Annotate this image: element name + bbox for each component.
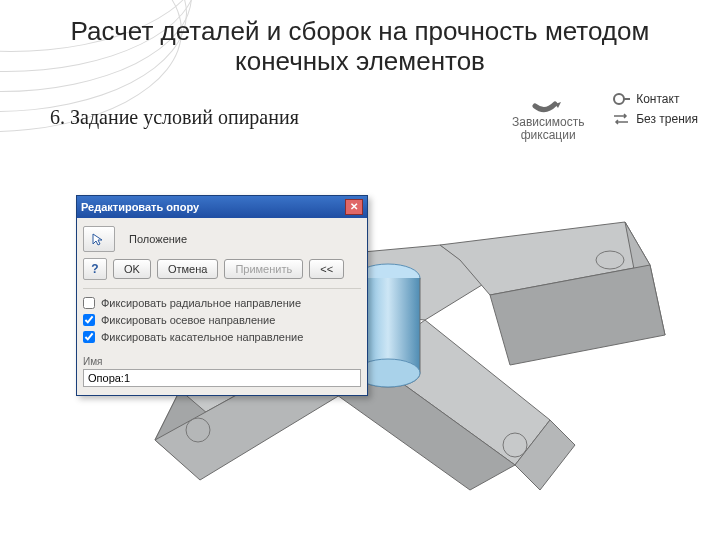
ribbon-fix-label: Зависимость фиксации [508, 116, 588, 142]
ribbon-frictionless-label: Без трения [636, 112, 698, 126]
cancel-button[interactable]: Отмена [157, 259, 218, 279]
position-label: Положение [129, 233, 187, 245]
collapse-button[interactable]: << [309, 259, 344, 279]
chk-axial[interactable]: Фиксировать осевое направление [83, 314, 361, 326]
name-field[interactable] [83, 369, 361, 387]
ok-button[interactable]: OK [113, 259, 151, 279]
dialog-title: Редактировать опору [81, 201, 199, 213]
chk-radial-box[interactable] [83, 297, 95, 309]
apply-button[interactable]: Применить [224, 259, 303, 279]
contact-icon [612, 92, 630, 106]
dialog-titlebar[interactable]: Редактировать опору ✕ [77, 196, 367, 218]
anchor-icon [531, 92, 565, 114]
slide-subtitle: 6. Задание условий опирания [50, 106, 299, 129]
slide-title: Расчет деталей и сборок на прочность мет… [0, 16, 720, 76]
ribbon-contact-label: Контакт [636, 92, 679, 106]
close-icon[interactable]: ✕ [345, 199, 363, 215]
chk-axial-label: Фиксировать осевое направление [101, 314, 275, 326]
name-field-label: Имя [83, 356, 102, 367]
chk-tangent[interactable]: Фиксировать касательное направление [83, 331, 361, 343]
constraints-ribbon: Зависимость фиксации Контакт Без трения [508, 92, 698, 142]
ribbon-frictionless[interactable]: Без трения [612, 112, 698, 126]
svg-point-0 [614, 94, 624, 104]
chk-axial-box[interactable] [83, 314, 95, 326]
select-position-tool[interactable] [83, 226, 115, 252]
ribbon-fix-dependency[interactable]: Зависимость фиксации [508, 92, 588, 142]
cursor-icon [91, 232, 107, 246]
chk-tangent-label: Фиксировать касательное направление [101, 331, 303, 343]
frictionless-icon [612, 112, 630, 126]
chk-radial-label: Фиксировать радиальное направление [101, 297, 301, 309]
edit-support-dialog: Редактировать опору ✕ Положение ? OK Отм… [76, 195, 368, 396]
help-button[interactable]: ? [83, 258, 107, 280]
chk-radial[interactable]: Фиксировать радиальное направление [83, 297, 361, 309]
ribbon-contact[interactable]: Контакт [612, 92, 698, 106]
chk-tangent-box[interactable] [83, 331, 95, 343]
